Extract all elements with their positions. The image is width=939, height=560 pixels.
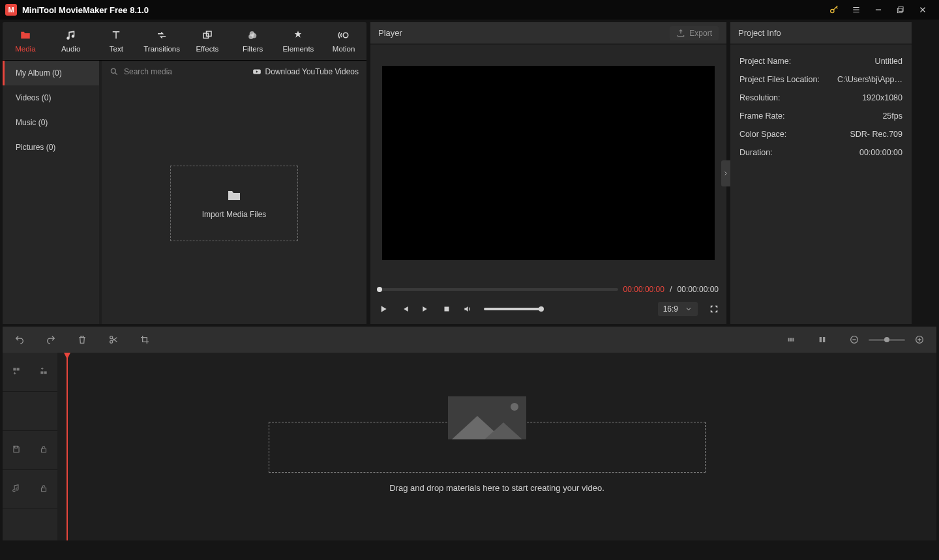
next-frame-button[interactable] (421, 304, 430, 314)
play-button[interactable] (378, 304, 389, 314)
prev-frame-button[interactable] (400, 304, 410, 314)
tab-text-label: Text (110, 45, 123, 53)
info-row-framerate: Frame Rate:25fps (739, 107, 902, 125)
tab-elements-label: Elements (282, 45, 314, 53)
tab-effects-label: Effects (196, 45, 218, 53)
project-info-rows: Project Name:Untitled Project Files Loca… (730, 44, 912, 169)
zoom-in-button[interactable] (910, 331, 929, 349)
save-icon (12, 445, 21, 454)
svg-rect-2 (897, 8, 902, 13)
save-track-button[interactable] (12, 445, 21, 456)
menu-icon[interactable] (845, 0, 867, 20)
split-button[interactable] (104, 331, 123, 349)
add-track-below-button[interactable] (39, 366, 48, 377)
tab-text[interactable]: Text (94, 22, 140, 60)
playhead[interactable] (67, 353, 68, 540)
media-placeholder-icon (448, 396, 526, 439)
minimize-button[interactable] (867, 0, 889, 20)
collapse-panel-button[interactable] (721, 160, 730, 186)
fullscreen-icon (709, 304, 719, 314)
import-media-label: Import Media Files (202, 210, 267, 219)
time-separator: / (670, 284, 672, 294)
export-button[interactable]: Export (670, 26, 719, 40)
add-track-above-button[interactable] (12, 366, 21, 377)
album-myalbum-label: My Album (0) (16, 68, 62, 78)
zoom-slider[interactable] (869, 339, 905, 341)
close-button[interactable] (912, 0, 934, 20)
volume-button[interactable] (463, 304, 472, 314)
trash-icon (77, 334, 87, 345)
svg-rect-16 (792, 338, 794, 341)
video-preview[interactable] (382, 66, 715, 260)
redo-button[interactable] (42, 331, 60, 349)
album-music[interactable]: Music (0) (3, 110, 99, 135)
scrub-bar[interactable] (378, 288, 618, 291)
info-row-resolution: Resolution:1920x1080 (739, 89, 902, 107)
delete-button[interactable] (73, 331, 91, 349)
stop-button[interactable] (442, 304, 451, 314)
media-panel: Media Audio Text Transitions Effects Fil… (3, 22, 366, 324)
scissors-icon (108, 334, 119, 345)
app-title: MiniTool MovieMaker Free 8.1.0 (22, 5, 149, 15)
audio-track-button[interactable] (12, 484, 21, 495)
timeline-canvas[interactable]: Drag and drop materials here to start cr… (57, 353, 936, 540)
app-logo: M (5, 4, 17, 16)
download-youtube-label: Download YouTube Videos (265, 67, 359, 76)
tab-filters[interactable]: Filters (230, 22, 276, 60)
fullscreen-button[interactable] (709, 304, 719, 314)
stop-icon (442, 304, 451, 314)
timeline-dropzone[interactable] (269, 422, 706, 473)
svg-point-7 (248, 35, 254, 40)
search-icon (110, 67, 119, 76)
effects-icon (201, 29, 213, 41)
aspect-ratio-select[interactable]: 16:9 (658, 302, 698, 316)
svg-rect-23 (40, 372, 43, 374)
tab-transitions[interactable]: Transitions (139, 22, 185, 60)
add-above-icon (12, 366, 21, 376)
info-row-colorspace: Color Space:SDR- Rec.709 (739, 125, 902, 143)
project-info-title: Project Info (738, 28, 781, 38)
tab-audio-label: Audio (61, 45, 80, 53)
unlock-icon (39, 445, 48, 454)
aspect-ratio-label: 16:9 (663, 304, 678, 314)
tab-motion[interactable]: Motion (321, 22, 366, 60)
svg-rect-15 (790, 338, 792, 341)
grid-large-icon (818, 334, 828, 345)
album-list: My Album (0) Videos (0) Music (0) Pictur… (3, 61, 99, 324)
svg-rect-1 (899, 7, 903, 11)
save-track-lock[interactable] (39, 445, 48, 456)
zoom-handle[interactable] (884, 337, 889, 342)
tab-effects[interactable]: Effects (185, 22, 230, 60)
zoom-out-button[interactable] (845, 331, 863, 349)
maximize-button[interactable] (889, 0, 912, 20)
player-panel: Player Export 00:00:00:00 / 00:00:00:00 … (370, 22, 726, 324)
audio-track-lock[interactable] (39, 484, 48, 495)
import-media-button[interactable]: Import Media Files (170, 166, 298, 241)
main-tabs: Media Audio Text Transitions Effects Fil… (3, 22, 366, 60)
player-title: Player (378, 28, 402, 38)
svg-rect-17 (820, 337, 822, 342)
volume-handle[interactable] (539, 306, 544, 312)
scrub-handle[interactable] (377, 287, 382, 292)
tab-audio[interactable]: Audio (48, 22, 94, 60)
timeline-mode-b-button[interactable] (814, 331, 832, 349)
tab-media[interactable]: Media (3, 22, 48, 60)
download-youtube-button[interactable]: Download YouTube Videos (252, 67, 359, 76)
search-input[interactable] (124, 67, 246, 76)
svg-rect-14 (788, 338, 790, 341)
album-pictures[interactable]: Pictures (0) (3, 135, 99, 160)
crop-button[interactable] (136, 331, 154, 349)
volume-slider[interactable] (484, 308, 541, 310)
undo-button[interactable] (10, 331, 29, 349)
svg-rect-26 (42, 488, 46, 491)
svg-rect-21 (13, 368, 16, 370)
filters-icon (247, 29, 259, 41)
tab-elements[interactable]: Elements (276, 22, 321, 60)
youtube-icon (252, 67, 261, 76)
title-bar: M MiniTool MovieMaker Free 8.1.0 (0, 0, 939, 20)
timeline-mode-a-button[interactable] (782, 331, 801, 349)
album-videos[interactable]: Videos (0) (3, 85, 99, 110)
upgrade-key-icon[interactable] (823, 0, 845, 20)
timeline-drop-text: Drag and drop materials here to start cr… (389, 483, 604, 493)
album-myalbum[interactable]: My Album (0) (3, 61, 99, 85)
